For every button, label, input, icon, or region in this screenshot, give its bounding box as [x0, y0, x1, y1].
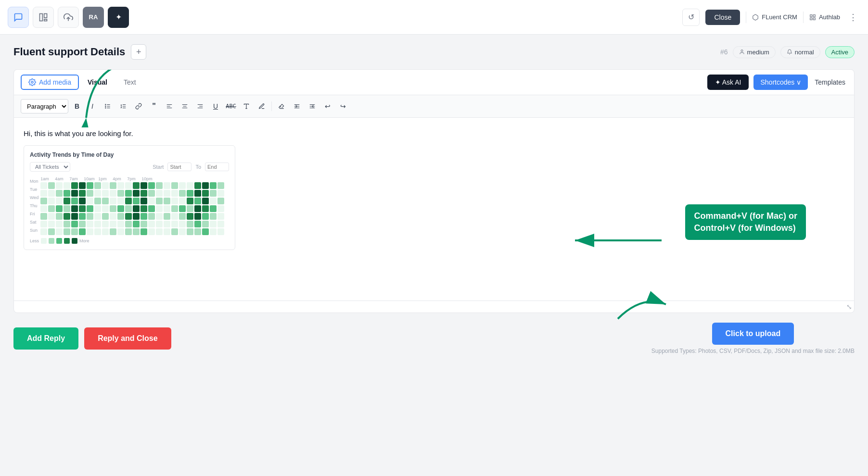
heatmap-chart: Activity Trends by Time of Day All Ticke…	[24, 145, 235, 250]
bottom-actions: Add Reply Reply and Close Click to uploa…	[13, 323, 855, 359]
heatmap-legend: Less More	[30, 238, 229, 244]
svg-rect-6	[810, 18, 812, 20]
paragraph-select[interactable]: Paragraph	[21, 99, 68, 113]
priority-normal-badge: normal	[780, 46, 820, 58]
top-navigation: RA ✦ ↺ Close FLuent CRM Authlab ⋮	[0, 0, 868, 35]
editor-content-text: Hi, this is what you are looking for.	[24, 129, 844, 138]
brand-fluent-crm: FLuent CRM	[752, 13, 797, 21]
svg-rect-1	[44, 13, 47, 17]
svg-rect-5	[813, 14, 815, 16]
highlight-button[interactable]	[255, 100, 268, 113]
upload-button[interactable]: Click to upload	[712, 323, 794, 345]
add-reply-button[interactable]: Add Reply	[13, 327, 78, 350]
upload-hint: Supported Types: Photos, CSV, PDF/Docs, …	[651, 348, 855, 354]
layout-nav-icon[interactable]	[33, 7, 54, 28]
ticket-number: #6	[720, 48, 728, 56]
chat-nav-icon[interactable]	[8, 7, 29, 28]
svg-point-8	[741, 50, 743, 52]
chart-controls: All Tickets Start To	[30, 162, 229, 172]
blockquote-button[interactable]: "	[147, 100, 161, 113]
page-title: Fluent support Details	[13, 46, 125, 58]
shortcodes-button[interactable]: Shortcodes ∨	[753, 75, 808, 90]
chart-title: Activity Trends by Time of Day	[30, 151, 229, 158]
annotation-box: Command+V (for Mac) or Control+V (for Wi…	[685, 204, 806, 240]
align-right-button[interactable]	[193, 100, 207, 113]
nav-divider	[746, 12, 746, 23]
close-button[interactable]: Close	[705, 10, 740, 25]
editor-top-bar: Add media Visual Text ✦ Ask AI Shortcode…	[14, 70, 854, 95]
editor-body[interactable]: Hi, this is what you are looking for. Ac…	[14, 118, 854, 301]
underline-button[interactable]: U	[209, 100, 222, 113]
indent-button[interactable]	[290, 100, 304, 113]
reply-close-button[interactable]: Reply and Close	[84, 327, 171, 350]
format-toolbar: Paragraph B I " U ABC	[14, 95, 854, 118]
svg-point-9	[31, 81, 33, 83]
action-buttons: Add Reply Reply and Close	[13, 327, 171, 350]
upload-area: Click to upload Supported Types: Photos,…	[651, 323, 855, 354]
refresh-button[interactable]: ↺	[682, 9, 700, 26]
chart-tickets-select[interactable]: All Tickets	[30, 162, 70, 172]
page-header: Fluent support Details + #6 medium norma…	[13, 44, 855, 60]
heatmap-grid	[40, 182, 224, 235]
paste-arrow	[570, 231, 666, 252]
redo-button[interactable]: ↪	[336, 100, 350, 113]
align-center-button[interactable]	[178, 100, 191, 113]
outdent-button[interactable]	[306, 100, 319, 113]
heatmap-day-labels: Mon Tue Wed Thu Fri Sat Sun	[30, 176, 38, 234]
editor-footer: ⤡	[14, 301, 854, 313]
templates-button[interactable]: Templates	[813, 75, 847, 90]
editor-right-tools: ✦ Ask AI Shortcodes ∨ Templates	[707, 75, 847, 90]
strikethrough-button[interactable]: ABC	[224, 100, 238, 113]
avatar: RA	[83, 7, 104, 28]
priority-badge: medium	[733, 46, 776, 58]
add-media-arrow	[77, 69, 134, 129]
chart-start-input[interactable]	[167, 163, 191, 171]
editor-card: Add media Visual Text ✦ Ask AI Shortcode…	[13, 69, 855, 313]
cloud-nav-icon[interactable]	[58, 7, 79, 28]
eraser-button[interactable]	[275, 100, 288, 113]
add-media-button[interactable]: Add media	[21, 75, 79, 90]
resize-handle[interactable]: ⤡	[846, 303, 852, 311]
align-left-button[interactable]	[163, 100, 176, 113]
svg-rect-7	[813, 18, 815, 20]
ask-ai-button[interactable]: ✦ Ask AI	[707, 75, 749, 90]
font-color-button[interactable]	[240, 100, 253, 113]
nav-divider-2	[803, 12, 804, 23]
undo-button[interactable]: ↩	[321, 100, 334, 113]
status-badge: Active	[825, 46, 855, 58]
upload-arrow	[613, 285, 671, 326]
more-options-icon[interactable]: ⋮	[846, 10, 860, 25]
add-tab-button[interactable]: +	[131, 44, 146, 60]
star-nav-icon[interactable]: ✦	[108, 7, 129, 28]
svg-rect-0	[40, 13, 43, 21]
chart-end-input[interactable]	[205, 163, 229, 171]
brand-authlab: Authlab	[809, 13, 840, 21]
svg-rect-2	[44, 19, 47, 21]
svg-rect-4	[810, 14, 812, 16]
